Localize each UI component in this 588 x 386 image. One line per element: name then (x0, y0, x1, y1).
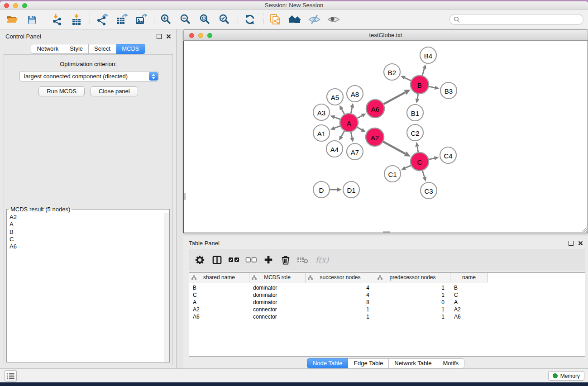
graph-edge-A-A5[interactable] (339, 105, 344, 114)
tab-select[interactable]: Select (89, 44, 116, 54)
graph-node-B3[interactable]: B3 (440, 82, 457, 99)
graph-edge-A-A2[interactable] (357, 127, 366, 132)
close-window-button[interactable] (4, 3, 9, 8)
table-row[interactable]: Adominator80A (189, 299, 585, 306)
table-cell[interactable]: 1 (375, 306, 450, 313)
show-eye-icon[interactable] (327, 13, 340, 26)
graph-edge-A-A4[interactable] (339, 131, 344, 140)
refresh-icon[interactable] (243, 13, 257, 26)
close-panel-button[interactable]: Close panel (91, 86, 138, 96)
graph-node-D[interactable]: D (313, 181, 330, 198)
graph-edge-A-A1[interactable] (330, 126, 340, 130)
import-table-icon[interactable] (70, 13, 83, 26)
app-titlebar[interactable]: Session: New Session (0, 1, 588, 10)
zoom-selected-icon[interactable] (218, 13, 231, 26)
table-cell[interactable]: connector (249, 313, 306, 320)
table-cell[interactable]: 1 (375, 291, 450, 299)
network-minimize-button[interactable] (198, 33, 203, 38)
table-cell[interactable]: A6 (189, 313, 249, 320)
graph-node-B4[interactable]: B4 (420, 47, 436, 63)
duplicate-network-icon[interactable] (268, 13, 282, 26)
table-row[interactable]: Cdominator41C (189, 291, 585, 299)
import-network-icon[interactable] (50, 13, 64, 26)
table-cell[interactable]: dominator (249, 284, 306, 291)
zoom-out-icon[interactable] (179, 13, 192, 26)
column-header-name[interactable]: name (450, 273, 488, 282)
tab-edge-table[interactable]: Edge Table (348, 358, 389, 368)
table-cell[interactable]: A (189, 299, 249, 306)
graph-node-C4[interactable]: C4 (440, 147, 456, 163)
float-table-panel-icon[interactable] (569, 241, 574, 246)
mcds-result-item[interactable]: A (9, 221, 169, 228)
tab-network[interactable]: Network (31, 44, 64, 54)
table-cell[interactable]: 8 (306, 299, 375, 306)
graph-edge-D-D1[interactable] (330, 188, 342, 192)
graph-edge-C-C1[interactable] (401, 166, 411, 170)
table-cell[interactable]: dominator (249, 291, 306, 299)
graph-node-B1[interactable]: B1 (407, 105, 423, 121)
graph-node-A1[interactable]: A1 (313, 125, 330, 141)
graph-edge-B-B2[interactable] (401, 76, 411, 81)
close-panel-icon[interactable] (166, 34, 171, 39)
mcds-result-item[interactable]: C (9, 236, 169, 243)
resize-grip[interactable] (581, 226, 587, 232)
optimization-criterion-dropdown[interactable]: largest connected component (directed) (19, 71, 159, 81)
tab-style[interactable]: Style (64, 44, 89, 54)
graph-node-A5[interactable]: A5 (327, 89, 343, 105)
graph-edge-A-A7[interactable] (350, 132, 354, 143)
graph-edge-C-C4[interactable] (429, 156, 439, 160)
graph-node-A6[interactable]: A6 (366, 100, 384, 118)
table-cell[interactable]: B (189, 284, 249, 291)
search-input[interactable] (449, 14, 583, 25)
export-network-icon[interactable] (95, 13, 109, 26)
graph-edge-B-B1[interactable] (415, 94, 419, 104)
graph-edge-A-A3[interactable] (330, 115, 340, 119)
table-cell[interactable]: 0 (375, 299, 450, 306)
zoom-window-button[interactable] (22, 3, 27, 8)
minimize-window-button[interactable] (13, 3, 18, 8)
graph-node-C[interactable]: C (411, 152, 429, 171)
zoom-in-icon[interactable] (159, 13, 173, 26)
mcds-result-item[interactable]: A6 (9, 243, 169, 250)
graph-edge-C-C3[interactable] (422, 171, 426, 181)
column-header-successor-nodes[interactable]: successor nodes (306, 273, 375, 282)
home-icon[interactable] (288, 13, 301, 26)
graph-node-A4[interactable]: A4 (326, 141, 343, 157)
table-cell[interactable]: 4 (306, 284, 375, 291)
graph-node-B2[interactable]: B2 (384, 64, 400, 80)
network-zoom-button[interactable] (207, 33, 212, 38)
close-table-panel-icon[interactable] (578, 241, 583, 246)
table-row[interactable]: A2connector11A2 (189, 306, 585, 313)
graph-node-C1[interactable]: C1 (384, 166, 401, 182)
run-mcds-button[interactable]: Run MCDS (38, 86, 85, 96)
export-image-icon[interactable] (134, 13, 148, 26)
open-session-icon[interactable] (5, 13, 19, 26)
graph-edge-B-B4[interactable] (422, 64, 426, 76)
graph-node-A3[interactable]: A3 (313, 104, 330, 120)
table-cell[interactable]: 1 (375, 284, 450, 291)
table-cell[interactable]: connector (249, 306, 306, 313)
column-header-shared-name[interactable]: shared name (189, 273, 249, 282)
column-header-mcds-role[interactable]: MCDS role (249, 273, 306, 282)
dropdown-stepper-icon[interactable] (149, 72, 158, 81)
delete-column-icon[interactable] (279, 253, 292, 266)
table-cell[interactable]: A2 (450, 306, 488, 313)
column-header-predecessor-nodes[interactable]: predecessor nodes (375, 273, 450, 282)
mcds-result-item[interactable]: A2 (9, 214, 169, 221)
tab-network-table[interactable]: Network Table (389, 358, 437, 368)
mcds-result-item[interactable]: B (9, 229, 169, 236)
graph-node-A7[interactable]: A7 (347, 143, 363, 160)
add-column-icon[interactable] (262, 253, 275, 266)
network-close-button[interactable] (189, 33, 194, 38)
graph-edge-A6-B[interactable] (383, 90, 410, 104)
table-cell[interactable]: A (450, 299, 488, 306)
deselect-all-rows-icon[interactable] (245, 253, 258, 266)
result-scrollbar[interactable] (164, 213, 169, 362)
graph-edge-B-B3[interactable] (429, 86, 440, 90)
tab-node-table[interactable]: Node Table (307, 358, 349, 368)
graph-node-C3[interactable]: C3 (421, 182, 437, 199)
graph-node-A2[interactable]: A2 (366, 128, 384, 146)
tab-mcds[interactable]: MCDS (116, 44, 145, 54)
graph-edge-C-C2[interactable] (415, 142, 419, 152)
hide-eye-icon[interactable] (307, 13, 321, 26)
